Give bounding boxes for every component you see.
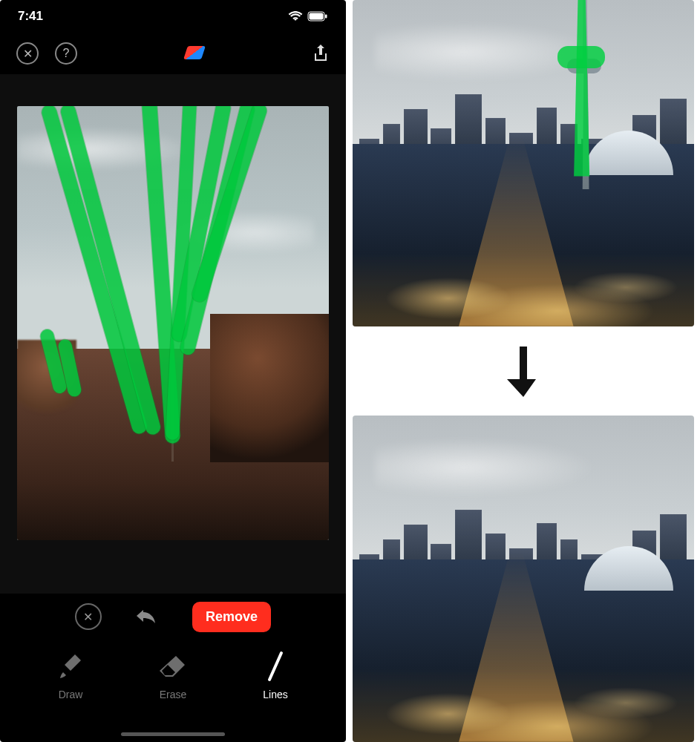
- svg-line-3: [269, 653, 281, 680]
- close-button[interactable]: ✕: [16, 42, 39, 65]
- tool-label: Lines: [263, 689, 287, 700]
- phone-screenshot: 7:41 ✕ ?: [0, 0, 346, 742]
- cancel-selection-button[interactable]: ✕: [75, 603, 102, 630]
- action-bar: ✕ Remove: [0, 594, 346, 640]
- close-icon: ✕: [23, 47, 33, 61]
- home-indicator[interactable]: [121, 732, 225, 736]
- city-before: [353, 0, 694, 326]
- mark-stroke: [557, 46, 605, 68]
- brush-icon: [57, 650, 84, 683]
- before-after-panel: [346, 0, 700, 742]
- tool-tabs: Draw Erase Lines: [0, 640, 346, 723]
- remove-button[interactable]: Remove: [192, 602, 271, 632]
- tool-erase[interactable]: Erase: [128, 650, 217, 700]
- wifi-icon: [288, 11, 303, 22]
- help-button[interactable]: ?: [55, 42, 77, 65]
- share-button[interactable]: [312, 43, 330, 64]
- eraser-tool-icon: [180, 43, 209, 64]
- tool-label: Erase: [160, 689, 187, 700]
- line-icon: [265, 650, 286, 683]
- eraser-icon: [158, 650, 188, 683]
- arrow-down-icon: [505, 342, 542, 400]
- canvas-area[interactable]: [0, 74, 346, 594]
- cancel-icon: ✕: [83, 610, 93, 624]
- remove-label: Remove: [206, 609, 258, 624]
- tool-label: Draw: [59, 689, 83, 700]
- tool-lines[interactable]: Lines: [231, 650, 320, 700]
- svg-rect-2: [325, 15, 327, 19]
- svg-rect-1: [310, 13, 324, 20]
- tool-draw[interactable]: Draw: [26, 650, 115, 700]
- undo-button[interactable]: [134, 607, 160, 626]
- status-time: 7:41: [18, 9, 43, 24]
- edited-photo[interactable]: [17, 106, 329, 540]
- battery-icon: [307, 11, 328, 22]
- status-right: [288, 11, 328, 22]
- top-toolbar: ✕ ?: [0, 33, 346, 74]
- city-after: [353, 416, 694, 742]
- status-bar: 7:41: [0, 0, 346, 33]
- help-icon: ?: [63, 47, 70, 60]
